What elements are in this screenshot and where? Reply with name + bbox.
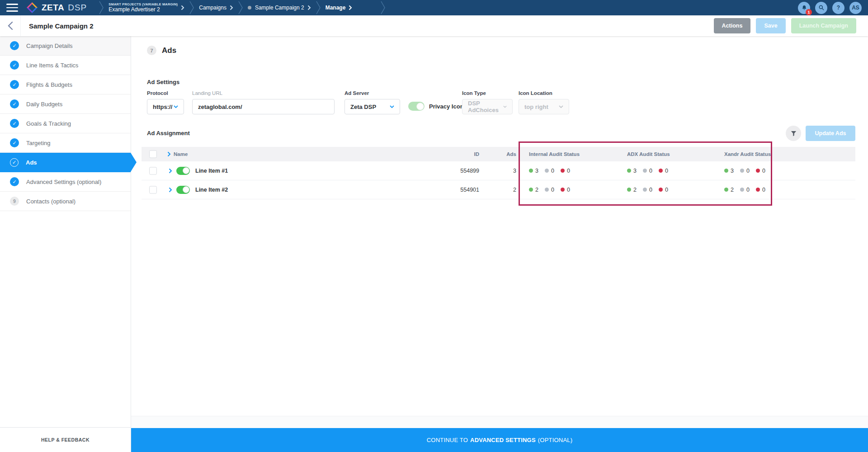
breadcrumb-separator-icon: [189, 0, 194, 15]
chevron-right-icon: [349, 5, 352, 10]
breadcrumb-campaign[interactable]: Sample Campaign 2: [248, 5, 311, 11]
in-review-dot-icon: [740, 169, 744, 173]
sidebar-item-goals-tracking[interactable]: ✓ Goals & Tracking: [0, 114, 131, 133]
chevron-right-icon: [230, 5, 233, 10]
ad-server-label: Ad Server: [344, 90, 400, 96]
search-icon: [818, 5, 825, 11]
hamburger-menu-icon[interactable]: [6, 4, 18, 12]
step-check-icon: ✓: [10, 177, 19, 186]
column-header-name[interactable]: Name: [174, 151, 188, 157]
help-feedback-button[interactable]: HELP & FEEDBACK: [0, 427, 131, 452]
step-check-icon: ✓: [10, 61, 19, 70]
campaign-status-dot: [248, 6, 251, 9]
in-review-count: 0: [551, 187, 554, 193]
toggle-knob: [183, 186, 189, 193]
breadcrumb-manage-label: Manage: [326, 5, 346, 11]
in-review-count: 0: [746, 168, 750, 174]
icon-type-field: Icon Type DSP AdChoices: [462, 90, 513, 114]
table-header-row: Name ID Ads Internal Audit Status ADX Au…: [142, 147, 855, 161]
continue-button[interactable]: CONTINUE TO ADVANCED SETTINGS (OPTIONAL): [131, 428, 868, 452]
rejected-count: 0: [567, 168, 570, 174]
column-header-internal-audit[interactable]: Internal Audit Status: [529, 151, 580, 157]
rejected-dot-icon: [561, 169, 565, 173]
ad-assignment-table: Name ID Ads Internal Audit Status ADX Au…: [142, 147, 855, 199]
table-row-line-item-2: Line Item #2 554901 2 2 0 0 2 0 0: [142, 180, 855, 199]
column-header-adx-audit[interactable]: ADX Audit Status: [627, 151, 670, 157]
sidebar-item-flights-budgets[interactable]: ✓ Flights & Budgets: [0, 75, 131, 94]
expand-all-icon[interactable]: [167, 151, 171, 157]
approved-count: 3: [731, 168, 734, 174]
column-header-ads[interactable]: Ads: [462, 151, 516, 157]
breadcrumb: SMART PROJECTS (VARIABLE MARGIN) Example…: [99, 0, 386, 15]
landing-url-input[interactable]: [192, 99, 335, 114]
privacy-icon-toggle[interactable]: [408, 102, 425, 111]
step-check-icon: ✓: [10, 41, 19, 50]
sidebar-item-daily-budgets[interactable]: ✓ Daily Budgets: [0, 94, 131, 114]
continue-prefix: CONTINUE TO: [427, 437, 468, 443]
row-expand-icon[interactable]: [169, 187, 172, 193]
back-arrow-icon: [8, 21, 13, 30]
save-button[interactable]: Save: [756, 18, 785, 33]
zeta-dsp-logo[interactable]: ZETA DSP: [26, 2, 87, 14]
privacy-icon-control: Privacy Icon: [408, 102, 464, 111]
launch-campaign-button[interactable]: Launch Campaign: [791, 18, 856, 33]
breadcrumb-manage[interactable]: Manage: [326, 5, 353, 11]
row-checkbox[interactable]: [149, 167, 157, 174]
row-expand-icon[interactable]: [169, 168, 172, 174]
sidebar-item-line-items-tactics[interactable]: ✓ Line Items & Tactics: [0, 56, 131, 75]
chevron-right-icon: [307, 5, 311, 10]
approved-dot-icon: [627, 188, 631, 192]
update-ads-button[interactable]: Update Ads: [806, 126, 855, 141]
sidebar-item-label: Flights & Budgets: [26, 81, 72, 88]
line-item-enabled-toggle[interactable]: [176, 186, 190, 194]
sidebar-item-label: Contacts (optional): [26, 198, 75, 205]
sidebar-item-ads[interactable]: ✓ Ads: [0, 153, 131, 172]
sidebar-item-contacts[interactable]: 9 Contacts (optional): [0, 192, 131, 211]
protocol-select[interactable]: https://: [147, 99, 184, 114]
breadcrumb-advertiser-label: Example Advertiser 2: [108, 6, 178, 13]
sidebar-item-advanced-settings[interactable]: ✓ Advanced Settings (optional): [0, 172, 131, 192]
line-item-name[interactable]: Line Item #1: [195, 168, 228, 174]
line-item-ads-count: 2: [462, 187, 516, 193]
ad-server-select[interactable]: Zeta DSP: [344, 99, 400, 114]
user-avatar[interactable]: AS: [849, 2, 862, 14]
sidebar-item-targeting[interactable]: ✓ Targeting: [0, 133, 131, 153]
notifications-button[interactable]: 1: [798, 2, 810, 14]
approved-count: 2: [535, 187, 538, 193]
rejected-dot-icon: [659, 169, 663, 173]
breadcrumb-separator-icon: [316, 0, 321, 15]
notification-badge: 1: [806, 9, 812, 15]
line-item-enabled-toggle[interactable]: [176, 167, 190, 175]
breadcrumb-separator-icon: [380, 0, 386, 15]
chevron-right-icon: [181, 5, 184, 10]
breadcrumb-separator-icon: [238, 0, 243, 15]
chevron-down-icon: [503, 105, 507, 108]
logo-text-dsp: DSP: [68, 3, 87, 13]
in-review-count: 0: [551, 168, 554, 174]
icon-type-select: DSP AdChoices: [462, 99, 513, 114]
help-button[interactable]: ?: [832, 2, 844, 14]
chevron-down-icon: [559, 105, 563, 108]
continue-suffix: (OPTIONAL): [538, 437, 572, 443]
icon-type-value: DSP AdChoices: [468, 100, 503, 113]
adx-audit-status: 2 0 0: [627, 187, 668, 193]
actions-button[interactable]: Actions: [714, 18, 751, 33]
row-checkbox[interactable]: [149, 186, 157, 193]
step-check-icon: ✓: [10, 158, 19, 167]
breadcrumb-campaigns[interactable]: Campaigns: [199, 5, 233, 11]
rejected-count: 0: [665, 168, 668, 174]
filter-button[interactable]: [786, 126, 801, 141]
line-item-name[interactable]: Line Item #2: [195, 187, 228, 193]
back-button[interactable]: [0, 15, 21, 36]
breadcrumb-advertiser[interactable]: SMART PROJECTS (VARIABLE MARGIN) Example…: [108, 2, 184, 13]
landing-url-field: Landing URL: [192, 90, 335, 114]
select-all-checkbox[interactable]: [149, 151, 157, 158]
search-button[interactable]: [815, 2, 827, 14]
sidebar-item-label: Line Items & Tactics: [26, 62, 78, 69]
sidebar-item-campaign-details[interactable]: ✓ Campaign Details: [0, 36, 131, 56]
approved-dot-icon: [724, 188, 728, 192]
breadcrumb-project-label: SMART PROJECTS (VARIABLE MARGIN): [108, 2, 178, 6]
column-header-xandr-audit[interactable]: Xandr Audit Status: [724, 151, 771, 157]
in-review-dot-icon: [545, 188, 549, 192]
continue-bold: ADVANCED SETTINGS: [470, 437, 536, 443]
